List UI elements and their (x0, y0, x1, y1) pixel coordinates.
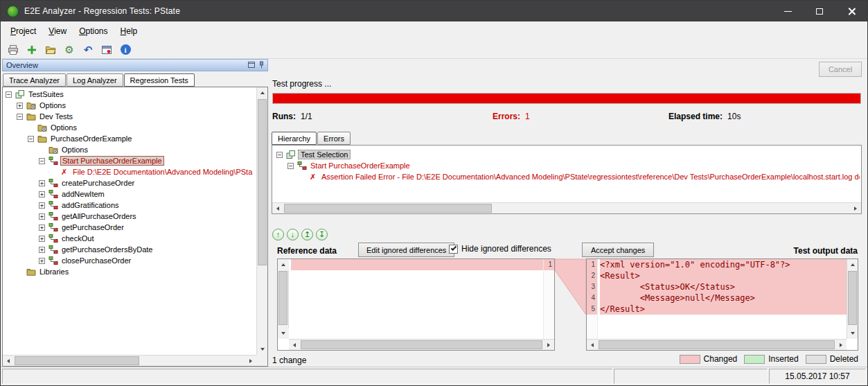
info-button[interactable]: i (118, 42, 133, 58)
tree-item-label[interactable]: addNewItem (60, 190, 106, 198)
hide-ignored-label[interactable]: Hide ignored differences (461, 244, 551, 254)
overview-panel-header[interactable]: Overview (2, 59, 268, 71)
close-button[interactable] (835, 1, 867, 21)
cancel-button[interactable]: Cancel (819, 62, 862, 77)
tab-errors[interactable]: Errors (317, 132, 351, 145)
reference-data-pane[interactable]: 1 (277, 258, 555, 351)
pin-icon[interactable] (258, 61, 265, 70)
tree-item-label[interactable]: getAllPurchaseOrders (60, 212, 138, 220)
tree-item-label[interactable]: TestSuites (27, 90, 65, 98)
test-output-data-pane[interactable]: 12345 <?xml version="1.0" encoding="UTF-… (586, 258, 858, 351)
scroll-thumb[interactable] (278, 271, 287, 325)
tree-expander[interactable]: + (39, 191, 45, 198)
tree-item-label[interactable]: checkOut (60, 234, 95, 243)
tree-item-label[interactable]: getPurchaseOrdersByDate (60, 245, 154, 254)
hierarchy-tree[interactable]: −Test Selection−Start PurchaseOrderExamp… (274, 149, 860, 202)
tree-expander[interactable]: − (276, 152, 283, 158)
tree-item-label[interactable]: Options (49, 123, 78, 132)
scroll-left-button[interactable] (289, 340, 300, 351)
menu-item-options[interactable]: Options (73, 23, 114, 40)
testsuites-tree[interactable]: −TestSuites+Options−Dev TestsOptions−Pur… (3, 89, 256, 354)
minimize-button[interactable] (772, 1, 804, 21)
tree-expander[interactable]: + (39, 236, 45, 242)
scroll-up-button[interactable] (278, 259, 289, 270)
tree-expander[interactable]: + (17, 103, 23, 109)
goto-first-difference-button[interactable]: ↥ (301, 229, 313, 240)
add-button[interactable] (24, 42, 39, 58)
scroll-thumb[interactable] (15, 356, 139, 365)
tree-item-label[interactable]: Start PurchaseOrderExample (60, 156, 164, 166)
tab-log-analyzer[interactable]: Log Analyzer (67, 73, 123, 87)
tab-regression-tests[interactable]: Regression Tests (124, 73, 195, 87)
report-button[interactable] (99, 42, 114, 58)
tree-item-label[interactable]: Test Selection (298, 150, 351, 159)
tree-expander[interactable]: − (39, 158, 45, 164)
tree-expander[interactable]: − (287, 163, 294, 169)
scroll-thumb[interactable] (599, 340, 835, 349)
tree-expander[interactable]: + (39, 225, 45, 231)
menu-item-view[interactable]: View (42, 23, 73, 40)
tree-item-label[interactable]: Options (60, 146, 89, 154)
reference-horizontal-scrollbar[interactable] (289, 339, 554, 350)
tree-expander[interactable]: − (6, 91, 12, 98)
output-vertical-scrollbar[interactable] (847, 259, 858, 339)
goto-last-difference-button[interactable]: ↧ (316, 229, 328, 240)
scroll-up-button[interactable] (257, 87, 268, 98)
tree-item-label[interactable]: Options (38, 101, 67, 109)
scroll-right-button[interactable] (850, 203, 861, 214)
scroll-left-button[interactable] (3, 356, 14, 367)
tree-expander[interactable]: + (39, 258, 45, 264)
scroll-left-button[interactable] (272, 203, 283, 214)
tree-expander[interactable]: + (39, 247, 45, 253)
tree-item-label[interactable]: Dev Tests (38, 112, 74, 121)
maximize-button[interactable] (804, 1, 835, 21)
scroll-up-button[interactable] (847, 259, 858, 270)
tree-expander[interactable]: + (39, 213, 45, 220)
tree-item-label[interactable]: PurchaseOrderExample (49, 134, 133, 143)
float-window-icon[interactable] (248, 61, 255, 69)
tree-item-label[interactable]: createPurchaseOrder (60, 179, 136, 187)
undo-button[interactable]: ↶ (80, 42, 96, 58)
tree-expander[interactable]: − (17, 114, 23, 120)
scroll-down-button[interactable] (257, 344, 268, 355)
tree-item-label[interactable]: File D:\E2E Documentation\Advanced Model… (71, 168, 254, 176)
scroll-thumb[interactable] (258, 99, 267, 265)
tree-item-label[interactable]: Start PurchaseOrderExample (309, 161, 411, 170)
hierarchy-horizontal-scrollbar[interactable] (272, 202, 861, 213)
scroll-down-button[interactable] (847, 328, 858, 339)
settings-button[interactable]: ⚙ (62, 42, 77, 58)
test-output-data-content[interactable]: <?xml version="1.0" encoding="UTF-8"?><R… (598, 259, 847, 339)
print-button[interactable] (6, 42, 21, 58)
scroll-right-button[interactable] (543, 340, 554, 351)
scroll-down-button[interactable] (278, 328, 289, 339)
scroll-thumb[interactable] (284, 204, 492, 213)
tree-item-label[interactable]: addGratifications (60, 201, 121, 209)
menu-item-project[interactable]: Project (4, 23, 42, 40)
tree-expander[interactable]: + (39, 180, 45, 186)
overview-vertical-scrollbar[interactable] (256, 87, 267, 355)
reference-data-content[interactable] (289, 259, 543, 339)
goto-previous-difference-button[interactable]: ↑ (272, 229, 284, 240)
tab-hierarchy[interactable]: Hierarchy (272, 132, 317, 145)
output-horizontal-scrollbar[interactable] (587, 339, 847, 350)
tab-trace-analyzer[interactable]: Trace Analyzer (3, 73, 66, 87)
title-bar[interactable]: E2E Analyzer - Regression Tests: PState (1, 1, 867, 21)
scroll-thumb[interactable] (848, 271, 857, 325)
tree-item-label[interactable]: getPurchaseOrder (60, 223, 125, 231)
tree-expander[interactable]: + (39, 202, 45, 209)
hide-ignored-checkbox[interactable] (449, 245, 458, 254)
goto-next-difference-button[interactable]: ↓ (287, 229, 299, 240)
menu-item-help[interactable]: Help (114, 23, 144, 40)
scroll-left-button[interactable] (587, 340, 598, 351)
scroll-right-button[interactable] (835, 340, 847, 351)
tree-item-label[interactable]: Libraries (38, 267, 70, 276)
tree-item-label[interactable]: closePurchaseOrder (60, 256, 132, 265)
overview-horizontal-scrollbar[interactable] (3, 355, 256, 366)
tree-expander[interactable]: − (28, 136, 34, 142)
scroll-right-button[interactable] (245, 356, 256, 367)
reference-vertical-scrollbar[interactable] (278, 259, 289, 339)
accept-changes-button[interactable]: Accept changes (582, 243, 654, 257)
tree-item-label[interactable]: Assertion Failed Error - File D:\E2E Doc… (320, 173, 860, 181)
scroll-thumb[interactable] (301, 340, 542, 349)
open-folder-button[interactable] (43, 42, 58, 58)
